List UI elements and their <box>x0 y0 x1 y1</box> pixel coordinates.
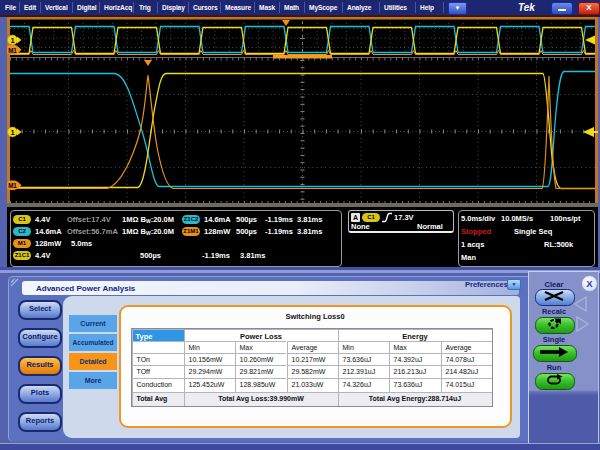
svg-text:M1: M1 <box>8 47 17 54</box>
svg-text:1: 1 <box>10 128 14 137</box>
svg-text:1: 1 <box>10 36 14 45</box>
svg-text:M1: M1 <box>8 182 17 189</box>
